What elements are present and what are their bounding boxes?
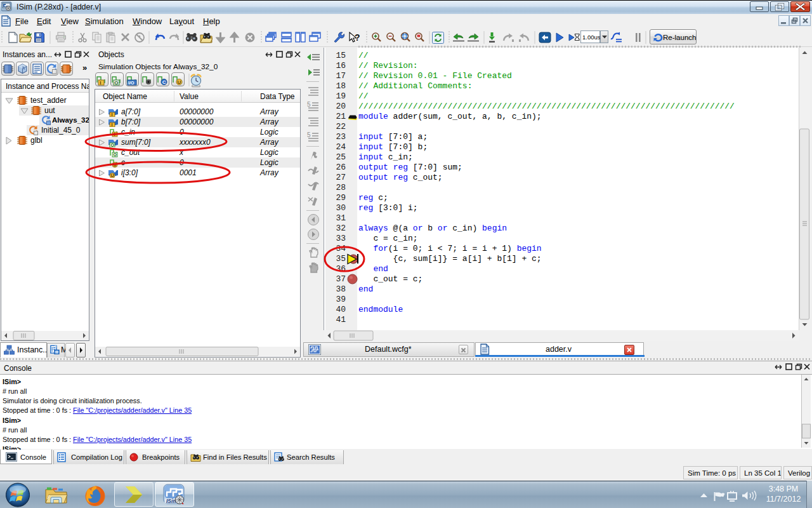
svg-text:O: O — [110, 143, 114, 147]
svg-text:C: C — [162, 79, 166, 85]
svg-text:U: U — [111, 173, 114, 178]
svg-text:5: 5 — [307, 101, 311, 108]
svg-text:O: O — [113, 152, 117, 157]
svg-text:?: ? — [355, 32, 360, 43]
svg-text:I: I — [112, 112, 113, 117]
svg-text:U: U — [178, 79, 181, 85]
svg-text:U: U — [114, 163, 117, 167]
svg-text:5: 5 — [307, 131, 311, 138]
svg-text:I: I — [100, 80, 101, 86]
svg-text:I/O: I/O — [128, 81, 134, 85]
svg-text:I: I — [114, 132, 115, 137]
svg-text:O: O — [114, 80, 118, 86]
svg-text:I: I — [112, 123, 113, 127]
